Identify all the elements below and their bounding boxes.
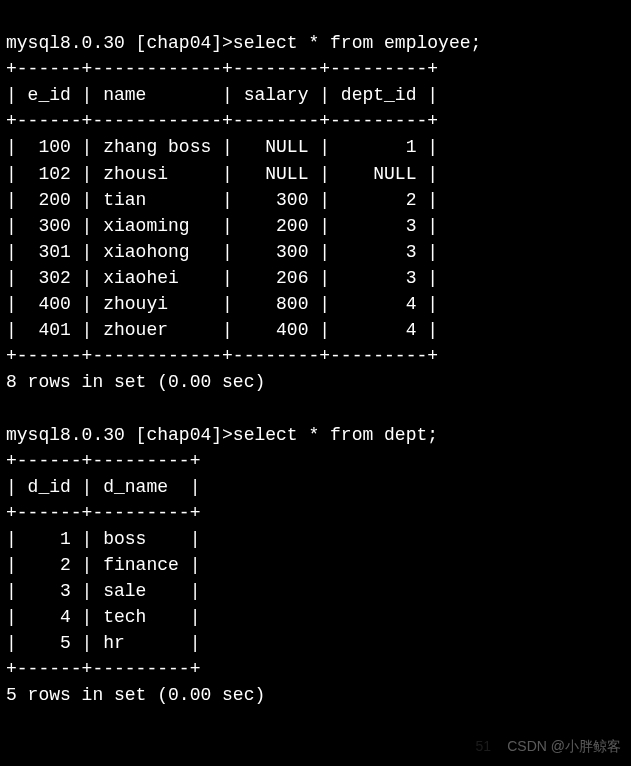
watermark-text: CSDN @小胖鲸客 — [507, 736, 621, 756]
sql-command-2: select * from dept; — [233, 425, 438, 445]
sql-prompt-1: mysql8.0.30 [chap04]> — [6, 33, 233, 53]
table1-row: | 100 | zhang boss | NULL | 1 | — [6, 137, 438, 157]
table2-divider-bottom: +------+---------+ — [6, 659, 200, 679]
table1-row: | 400 | zhouyi | 800 | 4 | — [6, 294, 438, 314]
table2-row: | 4 | tech | — [6, 607, 200, 627]
sql-prompt-2: mysql8.0.30 [chap04]> — [6, 425, 233, 445]
table2-divider-mid: +------+---------+ — [6, 503, 200, 523]
table1-header: | e_id | name | salary | dept_id | — [6, 85, 438, 105]
table2-row: | 5 | hr | — [6, 633, 200, 653]
table1-row: | 302 | xiaohei | 206 | 3 | — [6, 268, 438, 288]
terminal-output: mysql8.0.30 [chap04]>select * from emplo… — [0, 0, 631, 713]
table1-divider-mid: +------+------------+--------+---------+ — [6, 111, 438, 131]
table1-row: | 102 | zhousi | NULL | NULL | — [6, 164, 438, 184]
table2-header: | d_id | d_name | — [6, 477, 200, 497]
table2-row: | 3 | sale | — [6, 581, 200, 601]
table2-footer: 5 rows in set (0.00 sec) — [6, 685, 265, 705]
table1-row: | 401 | zhouer | 400 | 4 | — [6, 320, 438, 340]
sql-command-1: select * from employee; — [233, 33, 481, 53]
table1-footer: 8 rows in set (0.00 sec) — [6, 372, 265, 392]
table2-row: | 2 | finance | — [6, 555, 200, 575]
table2-row: | 1 | boss | — [6, 529, 200, 549]
table1-row: | 301 | xiaohong | 300 | 3 | — [6, 242, 438, 262]
table2-divider-top: +------+---------+ — [6, 451, 200, 471]
watermark-faint: 51 — [475, 736, 491, 756]
table1-divider-top: +------+------------+--------+---------+ — [6, 59, 438, 79]
table1-row: | 200 | tian | 300 | 2 | — [6, 190, 438, 210]
table1-divider-bottom: +------+------------+--------+---------+ — [6, 346, 438, 366]
table1-row: | 300 | xiaoming | 200 | 3 | — [6, 216, 438, 236]
